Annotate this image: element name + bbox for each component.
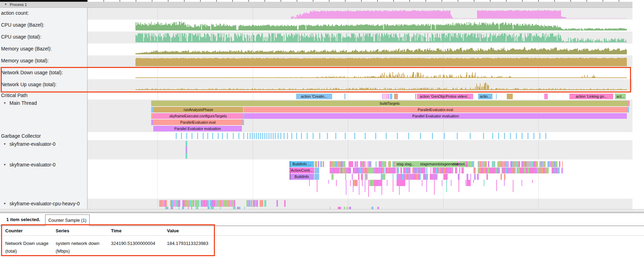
hanging-slice[interactable] (382, 180, 382, 195)
gc-event-tick[interactable] (266, 133, 267, 139)
gc-event-tick[interactable] (275, 133, 276, 139)
dense-slice[interactable] (504, 174, 505, 180)
hanging-slice[interactable] (422, 180, 422, 186)
dense-slice[interactable] (367, 161, 368, 167)
dense-slice[interactable] (276, 200, 278, 207)
dense-slice[interactable] (420, 174, 421, 180)
dense-slice[interactable] (467, 174, 468, 180)
slice[interactable] (394, 94, 397, 99)
slice-parallelevaluator-eval[interactable]: ParallelEvaluator.eval (153, 119, 243, 125)
dense-slice[interactable] (435, 174, 438, 180)
dense-slice[interactable] (383, 167, 385, 173)
gc-event-tick[interactable] (420, 133, 421, 139)
slice[interactable] (415, 94, 416, 99)
slice[interactable] (388, 94, 389, 99)
slice[interactable] (628, 101, 630, 106)
hanging-slice[interactable] (356, 180, 356, 186)
gc-event-tick[interactable] (527, 133, 528, 139)
dense-slice[interactable] (377, 207, 379, 209)
hanging-slice[interactable] (446, 180, 447, 192)
counter-chart-mem-total[interactable] (88, 55, 632, 67)
gc-event-tick[interactable] (397, 133, 398, 139)
gc-event-tick[interactable] (203, 133, 204, 139)
gc-event-tick[interactable] (280, 133, 281, 139)
dense-slice[interactable] (346, 207, 348, 209)
dense-slice[interactable] (178, 200, 180, 207)
hanging-slice[interactable] (365, 180, 365, 192)
gc-event-tick[interactable] (483, 133, 484, 139)
dense-slice[interactable] (366, 167, 368, 173)
gc-event-tick[interactable] (254, 133, 255, 139)
hanging-slice[interactable] (359, 180, 359, 195)
dense-slice[interactable] (244, 207, 245, 209)
dense-slice[interactable] (349, 167, 351, 173)
hanging-slice[interactable] (473, 180, 474, 183)
hanging-slice[interactable] (467, 180, 471, 186)
gc-event-tick[interactable] (301, 133, 302, 139)
gc-event-tick[interactable] (470, 133, 471, 139)
dense-slice[interactable] (458, 174, 460, 180)
gc-event-tick[interactable] (191, 133, 192, 139)
hanging-slice[interactable] (513, 180, 513, 192)
hanging-slice[interactable] (496, 180, 497, 191)
gc-event-tick[interactable] (365, 133, 366, 139)
dense-slice[interactable] (562, 161, 563, 167)
gc-event-tick[interactable] (522, 133, 523, 139)
hanging-slice[interactable] (379, 180, 379, 186)
slice[interactable] (344, 94, 345, 99)
dense-slice[interactable] (495, 161, 495, 167)
gc-event-tick[interactable] (354, 133, 355, 139)
gc-event-tick[interactable] (408, 133, 409, 139)
dense-slice[interactable] (238, 207, 240, 209)
slice-actionconti[interactable]: ActionConti... (289, 167, 314, 173)
dense-slice[interactable] (537, 161, 538, 167)
gc-event-tick[interactable] (176, 133, 177, 139)
dense-slice[interactable] (251, 200, 252, 207)
tab-counter-sample[interactable]: Counter Sample (1) (45, 214, 90, 226)
slice-action-genobjcprotos-video[interactable]: action 'GenObjcProtos video/... (417, 94, 473, 99)
dense-slice[interactable] (194, 200, 194, 207)
hanging-slice[interactable] (465, 180, 466, 186)
dense-slice[interactable] (376, 161, 377, 167)
gc-event-tick[interactable] (313, 133, 314, 139)
hanging-slice[interactable] (374, 180, 375, 192)
dense-slice[interactable] (426, 167, 427, 173)
gc-event-tick[interactable] (243, 133, 244, 139)
dense-slice[interactable] (518, 161, 520, 167)
gc-event-tick[interactable] (256, 133, 257, 139)
dense-slice[interactable] (385, 161, 386, 167)
gc-event-tick[interactable] (539, 133, 540, 139)
hanging-slice[interactable] (426, 180, 427, 192)
dense-slice[interactable] (344, 207, 345, 209)
dense-slice[interactable] (455, 167, 457, 173)
dense-slice[interactable] (472, 161, 473, 167)
hanging-slice[interactable] (371, 180, 372, 186)
gc-event-tick[interactable] (291, 133, 292, 139)
gc-event-tick[interactable] (327, 133, 328, 139)
slice-action-creatin[interactable]: action 'Creatin... (296, 94, 332, 99)
hanging-slice[interactable] (328, 180, 329, 184)
slice[interactable] (315, 161, 317, 167)
gc-event-tick[interactable] (545, 133, 546, 139)
slice-skyframeexecutor-configuretargets[interactable]: skyframeExecutor.configureTargets (153, 113, 243, 119)
collapse-chevron-icon[interactable]: ▾ (4, 201, 6, 205)
gc-event-tick[interactable] (207, 133, 208, 139)
hanging-slice[interactable] (387, 180, 387, 186)
dense-slice[interactable] (188, 207, 189, 209)
dense-slice[interactable] (352, 161, 353, 167)
dense-slice[interactable] (349, 207, 351, 209)
hanging-slice[interactable] (336, 180, 337, 186)
counter-chart-cpu-bazel[interactable] (88, 20, 632, 32)
dense-slice[interactable] (446, 174, 448, 180)
slice-act[interactable]: act... (615, 94, 626, 99)
gc-event-tick[interactable] (264, 133, 265, 139)
slice-buildtargets[interactable]: buildTargets (151, 101, 628, 106)
dense-slice[interactable] (559, 161, 560, 167)
gc-event-tick[interactable] (186, 133, 187, 139)
slice-action-linking-go[interactable]: action 'Linking go... (569, 94, 613, 99)
dense-slice[interactable] (220, 207, 221, 209)
dense-slice[interactable] (370, 161, 371, 167)
gc-event-tick[interactable] (457, 133, 458, 139)
dense-slice[interactable] (555, 161, 558, 167)
dense-slice[interactable] (427, 174, 428, 180)
